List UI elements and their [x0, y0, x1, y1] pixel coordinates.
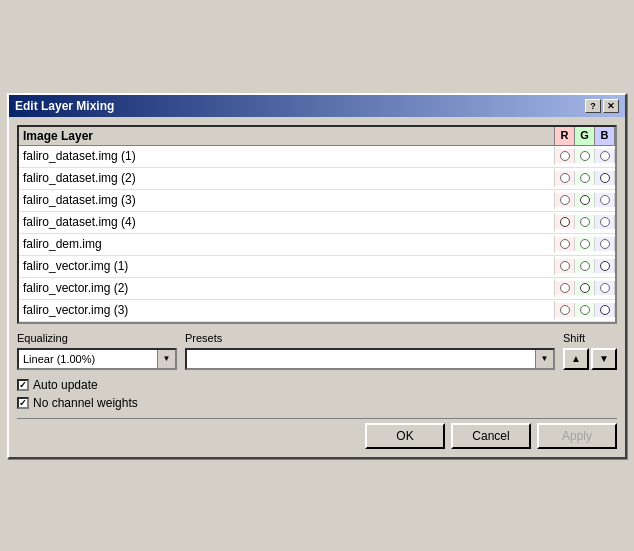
- r-radio[interactable]: [560, 239, 570, 249]
- r-radio[interactable]: [560, 173, 570, 183]
- col-header-g: G: [575, 127, 595, 145]
- dialog-title: Edit Layer Mixing: [15, 99, 114, 113]
- row-g-cell[interactable]: [575, 237, 595, 251]
- row-layer-name: faliro_dataset.img (3): [19, 191, 555, 209]
- col-header-layer: Image Layer: [19, 127, 555, 145]
- layer-table: Image Layer R G B faliro_dataset.img (1)…: [17, 125, 617, 324]
- table-row: faliro_vector.img (1): [19, 256, 615, 278]
- table-row: faliro_dataset.img (1): [19, 146, 615, 168]
- auto-update-checkmark: ✓: [19, 380, 27, 390]
- row-g-cell[interactable]: [575, 303, 595, 317]
- table-row: faliro_dataset.img (3): [19, 190, 615, 212]
- table-row: faliro_dem.img: [19, 234, 615, 256]
- equalizing-arrow[interactable]: ▼: [157, 350, 175, 368]
- ok-button[interactable]: OK: [365, 423, 445, 449]
- row-g-cell[interactable]: [575, 171, 595, 185]
- table-row: faliro_vector.img (3): [19, 300, 615, 322]
- r-radio[interactable]: [560, 283, 570, 293]
- b-radio[interactable]: [600, 173, 610, 183]
- g-radio[interactable]: [580, 217, 590, 227]
- g-radio[interactable]: [580, 151, 590, 161]
- col-header-b: B: [595, 127, 615, 145]
- title-bar: Edit Layer Mixing ? ✕: [9, 95, 625, 117]
- table-body: faliro_dataset.img (1) faliro_dataset.im…: [19, 146, 615, 322]
- b-radio[interactable]: [600, 195, 610, 205]
- r-radio[interactable]: [560, 261, 570, 271]
- r-radio[interactable]: [560, 151, 570, 161]
- r-radio[interactable]: [560, 217, 570, 227]
- g-radio[interactable]: [580, 261, 590, 271]
- g-radio[interactable]: [580, 195, 590, 205]
- row-g-cell[interactable]: [575, 215, 595, 229]
- cancel-button[interactable]: Cancel: [451, 423, 531, 449]
- row-b-cell[interactable]: [595, 171, 615, 185]
- r-radio[interactable]: [560, 195, 570, 205]
- row-layer-name: faliro_vector.img (2): [19, 279, 555, 297]
- row-b-cell[interactable]: [595, 281, 615, 295]
- edit-layer-mixing-dialog: Edit Layer Mixing ? ✕ Image Layer R G B …: [7, 93, 627, 459]
- controls-row: Equalizing Linear (1.00%) ▼ Presets ▼ Sh…: [17, 332, 617, 370]
- row-layer-name: faliro_dataset.img (4): [19, 213, 555, 231]
- g-radio[interactable]: [580, 283, 590, 293]
- table-header: Image Layer R G B: [19, 127, 615, 146]
- equalizing-select[interactable]: Linear (1.00%) ▼: [17, 348, 177, 370]
- auto-update-label: Auto update: [33, 378, 98, 392]
- row-layer-name: faliro_vector.img (1): [19, 257, 555, 275]
- row-b-cell[interactable]: [595, 259, 615, 273]
- g-radio[interactable]: [580, 305, 590, 315]
- presets-group: Presets ▼: [185, 332, 555, 370]
- auto-update-checkbox[interactable]: ✓: [17, 379, 29, 391]
- no-channel-weights-checkbox[interactable]: ✓: [17, 397, 29, 409]
- presets-select[interactable]: ▼: [185, 348, 555, 370]
- row-r-cell[interactable]: [555, 303, 575, 317]
- presets-arrow[interactable]: ▼: [535, 350, 553, 368]
- no-channel-weights-checkbox-item[interactable]: ✓ No channel weights: [17, 396, 617, 410]
- g-radio[interactable]: [580, 173, 590, 183]
- b-radio[interactable]: [600, 261, 610, 271]
- equalizing-group: Equalizing Linear (1.00%) ▼: [17, 332, 177, 370]
- close-button[interactable]: ✕: [603, 99, 619, 113]
- bottom-buttons: OK Cancel Apply: [17, 418, 617, 449]
- b-radio[interactable]: [600, 239, 610, 249]
- row-r-cell[interactable]: [555, 215, 575, 229]
- shift-group: Shift ▲ ▼: [563, 332, 617, 370]
- row-b-cell[interactable]: [595, 215, 615, 229]
- auto-update-checkbox-item[interactable]: ✓ Auto update: [17, 378, 617, 392]
- row-r-cell[interactable]: [555, 259, 575, 273]
- g-radio[interactable]: [580, 239, 590, 249]
- row-g-cell[interactable]: [575, 281, 595, 295]
- checkboxes-row: ✓ Auto update ✓ No channel weights: [17, 378, 617, 410]
- help-button[interactable]: ?: [585, 99, 601, 113]
- row-layer-name: faliro_dataset.img (1): [19, 147, 555, 165]
- row-r-cell[interactable]: [555, 281, 575, 295]
- row-r-cell[interactable]: [555, 149, 575, 163]
- row-r-cell[interactable]: [555, 237, 575, 251]
- b-radio[interactable]: [600, 305, 610, 315]
- row-b-cell[interactable]: [595, 303, 615, 317]
- b-radio[interactable]: [600, 151, 610, 161]
- shift-up-button[interactable]: ▲: [563, 348, 589, 370]
- equalizing-label: Equalizing: [17, 332, 177, 344]
- table-row: faliro_dataset.img (4): [19, 212, 615, 234]
- row-r-cell[interactable]: [555, 171, 575, 185]
- row-g-cell[interactable]: [575, 149, 595, 163]
- b-radio[interactable]: [600, 217, 610, 227]
- row-b-cell[interactable]: [595, 193, 615, 207]
- row-g-cell[interactable]: [575, 193, 595, 207]
- no-channel-weights-label: No channel weights: [33, 396, 138, 410]
- no-channel-weights-checkmark: ✓: [19, 398, 27, 408]
- col-header-r: R: [555, 127, 575, 145]
- row-layer-name: faliro_dem.img: [19, 235, 555, 253]
- presets-label: Presets: [185, 332, 555, 344]
- row-r-cell[interactable]: [555, 193, 575, 207]
- r-radio[interactable]: [560, 305, 570, 315]
- row-b-cell[interactable]: [595, 237, 615, 251]
- shift-down-button[interactable]: ▼: [591, 348, 617, 370]
- row-b-cell[interactable]: [595, 149, 615, 163]
- apply-button[interactable]: Apply: [537, 423, 617, 449]
- row-layer-name: faliro_vector.img (3): [19, 301, 555, 319]
- row-layer-name: faliro_dataset.img (2): [19, 169, 555, 187]
- b-radio[interactable]: [600, 283, 610, 293]
- row-g-cell[interactable]: [575, 259, 595, 273]
- equalizing-value: Linear (1.00%): [19, 353, 157, 365]
